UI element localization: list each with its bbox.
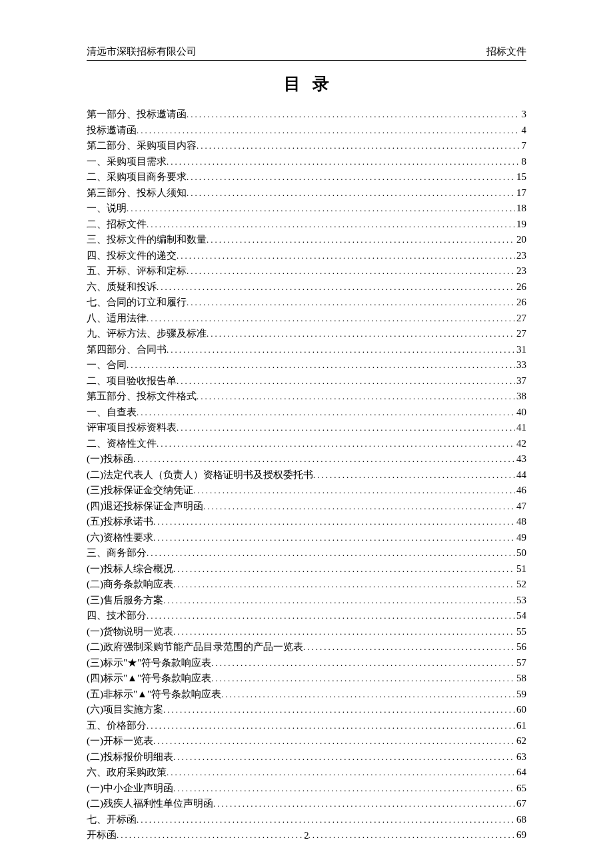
toc-entry-page: 51 [515,561,526,577]
toc-entry-leader [137,123,520,139]
toc-entry: 六、质疑和投诉26 [87,279,526,295]
toc-entry-leader [197,139,520,154]
toc-entry-label: 六、质疑和投诉 [87,279,157,295]
toc-entry-label: 五、开标、评标和定标 [87,263,187,279]
toc-entry-leader [163,703,515,718]
toc-entry-label: (五)投标承诺书 [87,514,153,529]
toc-entry-leader [167,155,520,170]
toc-entry-page: 53 [515,593,526,608]
toc-entry-label: 第一部分、投标邀请函 [87,107,187,122]
toc-entry: 第三部分、投标人须知17 [87,185,526,201]
toc-entry-page: 46 [515,483,526,498]
toc-entry-page: 27 [515,311,526,326]
toc-entry: 六、政府采购政策64 [87,765,526,781]
toc-entry-page: 44 [515,467,526,483]
toc-entry: 一、说明18 [87,201,526,217]
toc-entry-leader [187,264,515,279]
toc-entry-page: 20 [515,232,526,247]
toc-entry-label: (二)残疾人福利性单位声明函 [87,796,213,811]
toc-entry-page: 26 [515,295,526,310]
toc-entry: (三)售后服务方案53 [87,593,526,609]
toc-entry-label: 四、技术部分 [87,608,147,623]
toc-entry-label: 第三部分、投标人须知 [87,185,187,201]
toc-entry-leader [173,750,515,765]
toc-entry-page: 64 [515,765,526,780]
toc-entry-page: 59 [515,687,526,702]
toc-entry-label: 第二部分、采购项目内容 [87,138,197,153]
toc-entry-page: 38 [515,389,526,404]
toc-entry-label: 二、资格性文件 [87,436,157,451]
toc-entry-label: (三)标示"★"符号条款响应表 [87,655,211,671]
toc-entry-page: 58 [515,671,526,686]
toc-entry-page: 31 [515,342,526,357]
toc-entry-page: 41 [515,420,526,435]
toc-entry: 四、投标文件的递交23 [87,248,526,264]
toc-entry-label: (一)中小企业声明函 [87,781,173,796]
toc-entry: 三、商务部分50 [87,545,526,561]
toc-entry-page: 47 [515,499,526,514]
toc-entry-leader [187,170,515,185]
toc-entry-label: 三、投标文件的编制和数量 [87,232,207,247]
toc-entry-leader [193,483,515,499]
toc-entry: 二、项目验收报告单37 [87,373,526,389]
toc-entry-leader [187,295,515,311]
toc-entry-page: 57 [515,655,526,671]
toc-entry: (四)标示"▲"符号条款响应表58 [87,671,526,687]
toc-title: 目录 [87,73,526,95]
toc-entry-leader [177,421,515,436]
toc-entry: (一)投标函43 [87,451,526,467]
toc-entry-label: (三)售后服务方案 [87,593,163,608]
toc-entry: 一、自查表40 [87,405,526,421]
toc-entry-leader [197,389,515,405]
toc-entry-page: 23 [515,248,526,263]
toc-entry: (六)资格性要求49 [87,530,526,546]
toc-entry-page: 67 [515,796,526,811]
toc-entry-page: 3 [520,107,527,122]
toc-entry: (一)中小企业声明函65 [87,781,526,797]
toc-entry-label: 五、价格部分 [87,718,147,733]
toc-entry-leader [187,107,520,123]
toc-entry-page: 26 [515,279,526,295]
toc-entry: 四、技术部分54 [87,608,526,624]
toc-entry-page: 50 [515,545,526,561]
toc-entry: 投标邀请函4 [87,123,526,139]
toc-entry-leader [173,577,515,593]
toc-entry-leader [211,671,515,687]
toc-entry-label: 一、说明 [87,201,127,216]
toc-entry-page: 43 [515,451,526,467]
toc-entry-leader [313,468,515,483]
toc-entry-page: 61 [515,718,526,733]
toc-entry-label: 二、采购项目商务要求 [87,169,187,185]
toc-entry-label: 评审项目投标资料表 [87,420,177,435]
toc-entry-label: 二、项目验收报告单 [87,373,177,389]
toc-entry-leader [187,186,515,201]
toc-entry-page: 48 [515,514,526,529]
toc-entry: 第一部分、投标邀请函3 [87,107,526,123]
toc-entry: (一)货物说明一览表55 [87,624,526,640]
toc-entry-page: 17 [515,185,526,201]
toc-entry-leader [137,405,515,421]
toc-entry-label: (二)法定代表人（负责人）资格证明书及授权委托书 [87,467,313,483]
toc-entry-page: 19 [515,217,526,232]
toc-entry-leader [303,640,515,655]
toc-entry-leader [173,562,515,577]
toc-entry: (二)残疾人福利性单位声明函67 [87,796,526,812]
toc-entry: (四)退还投标保证金声明函47 [87,499,526,515]
toc-entry: 五、开标、评标和定标23 [87,263,526,279]
toc-entry-leader [153,515,515,530]
toc-entry-label: (六)项目实施方案 [87,702,163,717]
toc-entry-leader [127,201,515,217]
toc-entry-label: 七、合同的订立和履行 [87,295,187,310]
toc-entry-leader [173,625,515,640]
toc-entry-leader [163,593,515,609]
toc-entry: 第五部分、投标文件格式38 [87,389,526,405]
toc-entry: (三)标示"★"符号条款响应表57 [87,655,526,671]
toc-entry-leader [153,531,515,546]
toc-entry-label: (一)投标人综合概况 [87,561,173,577]
toc-entry-page: 52 [515,577,526,592]
toc-entry-page: 60 [515,702,526,717]
toc-entry-label: (二)商务条款响应表 [87,577,173,592]
toc-entry-leader [207,327,515,342]
toc-entry-label: (四)标示"▲"符号条款响应表 [87,671,211,686]
toc-entry: 第四部分、合同书31 [87,342,526,358]
